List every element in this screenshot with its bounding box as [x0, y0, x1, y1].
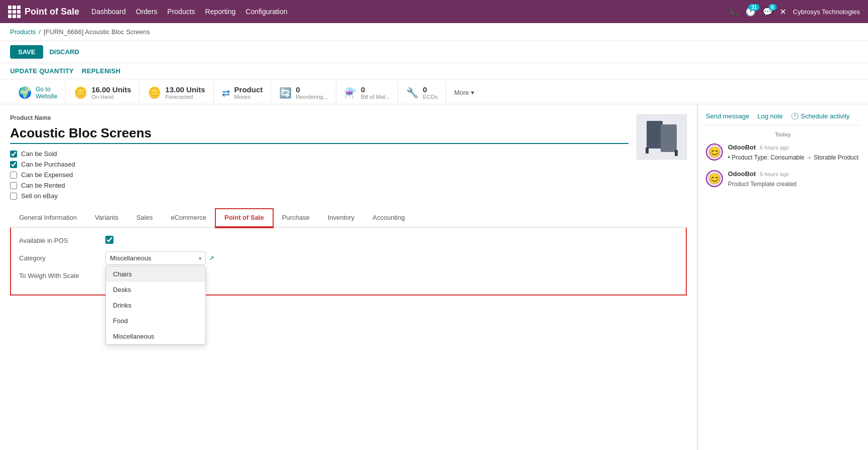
odoobot-avatar-2: 😊: [706, 170, 723, 187]
wrench-icon: 🔧: [406, 87, 419, 99]
menu-reporting[interactable]: Reporting: [205, 6, 236, 18]
app-name: Point of Sale: [25, 7, 79, 17]
product-moves-button[interactable]: ⇄ Product Moves: [214, 81, 272, 104]
breadcrumb: Products / [FURN_6666] Acoustic Bloc Scr…: [0, 23, 868, 41]
more-chevron-icon: ▾: [471, 89, 474, 96]
can-be-purchased-row[interactable]: Can be Purchased: [10, 161, 629, 168]
dropdown-item-chairs[interactable]: Chairs: [106, 266, 205, 282]
tab-sales[interactable]: Sales: [128, 209, 162, 228]
schedule-icon: 🕐: [791, 112, 801, 120]
tab-general-information[interactable]: General Information: [10, 209, 86, 228]
category-select[interactable]: Miscellaneous Chairs Desks Drinks Food: [105, 251, 206, 265]
forecasted-button[interactable]: 🪙 13.00 Units Forecasted: [140, 81, 213, 104]
on-hand-text: 16.00 Units On Hand: [91, 85, 131, 100]
dropdown-item-miscellaneous[interactable]: Miscellaneous: [106, 329, 205, 344]
tab-point-of-sale[interactable]: Point of Sale: [215, 209, 273, 228]
product-moves-line2: Moves: [234, 94, 251, 100]
menu-configuration[interactable]: Configuration: [245, 6, 287, 18]
top-right-actions: 📞 🕐 31 💬 6 ✕ Cybrosys Technologies: [728, 7, 860, 17]
globe-icon: 🌍: [18, 86, 32, 99]
can-be-sold-row[interactable]: Can be Sold: [10, 150, 629, 158]
on-hand-value: 16.00 Units: [91, 85, 131, 94]
chatter-today-divider: Today: [706, 131, 860, 137]
send-message-button[interactable]: Send message: [706, 112, 750, 120]
app-logo[interactable]: Point of Sale: [8, 6, 79, 18]
reordering-text: 0 Reordering...: [296, 85, 328, 100]
tab-purchase[interactable]: Purchase: [273, 209, 319, 228]
available-in-pos-row: Available in POS: [19, 236, 678, 245]
product-name-input[interactable]: [10, 123, 629, 144]
goto-line1: Go to: [36, 86, 50, 93]
sell-on-ebay-row[interactable]: Sell on eBay: [10, 192, 629, 200]
on-hand-button[interactable]: 🪙 16.00 Units On Hand: [66, 81, 140, 104]
close-icon[interactable]: ✕: [780, 7, 786, 17]
message-1-time: 6 hours ago: [760, 144, 789, 151]
save-button[interactable]: SAVE: [10, 45, 43, 59]
ecos-text: 0 ECOs: [423, 85, 437, 100]
arrows-icon: ⇄: [222, 87, 230, 99]
category-dropdown: Chairs Desks Drinks Food Miscellaneous: [105, 266, 206, 345]
sell-on-ebay-checkbox[interactable]: [10, 193, 17, 200]
chatter-actions: Send message Log note 🕐 Schedule activit…: [706, 112, 860, 125]
more-label: More: [454, 89, 469, 96]
bom-button[interactable]: ⚗️ 0 Bill of Mat...: [336, 81, 398, 104]
menu-orders[interactable]: Orders: [136, 6, 158, 18]
dropdown-item-desks[interactable]: Desks: [106, 282, 205, 297]
forecasted-label: Forecasted: [165, 94, 193, 100]
dropdown-item-food[interactable]: Food: [106, 313, 205, 329]
odoobot-avatar-1: 😊: [706, 143, 723, 161]
can-be-sold-checkbox[interactable]: [10, 151, 17, 158]
message-2-body: Product Template created: [728, 180, 860, 189]
tab-accounting[interactable]: Accounting: [363, 209, 414, 228]
weigh-with-scale-label: To Weigh With Scale: [19, 272, 99, 279]
message-2-time: 6 hours ago: [760, 171, 789, 177]
product-image: [637, 114, 687, 160]
message-1-header: OdooBot 6 hours ago: [728, 143, 860, 151]
can-be-expensed-label: Can be Expensed: [21, 171, 73, 179]
can-be-rented-checkbox[interactable]: [10, 182, 17, 189]
reordering-button[interactable]: 🔄 0 Reordering...: [271, 81, 336, 104]
phone-icon[interactable]: 📞: [728, 7, 738, 17]
discard-button[interactable]: DISCARD: [49, 48, 79, 56]
message-2-header: OdooBot 6 hours ago: [728, 170, 860, 178]
goto-website-text: Go to Website: [36, 86, 57, 100]
can-be-rented-label: Can be Rented: [21, 182, 65, 189]
reordering-value: 0: [296, 85, 300, 94]
action-bar: SAVE DISCARD: [0, 41, 868, 63]
chatter-message-2: 😊 OdooBot 6 hours ago Product Template c…: [706, 170, 860, 189]
form-area: Product Name Can be Sold Can be Purchase…: [0, 104, 697, 450]
can-be-expensed-checkbox[interactable]: [10, 172, 17, 179]
refresh-icon: 🔄: [279, 87, 292, 99]
menu-products[interactable]: Products: [167, 6, 195, 18]
svg-rect-1: [661, 124, 677, 152]
chat-badge-wrap[interactable]: 💬 6: [763, 7, 773, 17]
ecos-button[interactable]: 🔧 0 ECOs: [398, 81, 446, 104]
message-1-body: • Product Type: Consumable → Storable Pr…: [728, 153, 860, 162]
product-name-label: Product Name: [10, 114, 629, 121]
svg-rect-2: [646, 147, 649, 154]
chatter-area: Send message Log note 🕐 Schedule activit…: [697, 104, 868, 450]
available-in-pos-checkbox[interactable]: [105, 236, 113, 244]
category-field: Miscellaneous Chairs Desks Drinks Food ▾…: [105, 251, 678, 265]
can-be-rented-row[interactable]: Can be Rented: [10, 182, 629, 189]
clock-badge: 31: [749, 4, 759, 11]
dropdown-item-drinks[interactable]: Drinks: [106, 297, 205, 313]
menu-dashboard[interactable]: Dashboard: [91, 6, 126, 18]
goto-website-button[interactable]: 🌍 Go to Website: [10, 82, 66, 104]
category-external-link-icon[interactable]: ↗: [209, 254, 214, 262]
tab-ecommerce[interactable]: eCommerce: [162, 209, 215, 228]
log-note-button[interactable]: Log note: [758, 112, 783, 120]
tab-inventory[interactable]: Inventory: [319, 209, 363, 228]
clock-badge-wrap[interactable]: 🕐 31: [746, 7, 756, 17]
schedule-activity-button[interactable]: 🕐 Schedule activity: [791, 112, 849, 120]
ecos-label: ECOs: [423, 94, 437, 100]
pos-tab-content: Available in POS Category Miscellaneous …: [10, 228, 687, 295]
replenish-button[interactable]: REPLENISH: [82, 67, 120, 75]
update-quantity-button[interactable]: UPDATE QUANTITY: [10, 67, 74, 75]
can-be-purchased-checkbox[interactable]: [10, 161, 17, 168]
breadcrumb-parent[interactable]: Products: [10, 28, 36, 36]
can-be-expensed-row[interactable]: Can be Expensed: [10, 171, 629, 179]
more-button[interactable]: More ▾: [446, 85, 483, 100]
product-header-left: Product Name Can be Sold Can be Purchase…: [10, 114, 629, 200]
tab-variants[interactable]: Variants: [86, 209, 128, 228]
